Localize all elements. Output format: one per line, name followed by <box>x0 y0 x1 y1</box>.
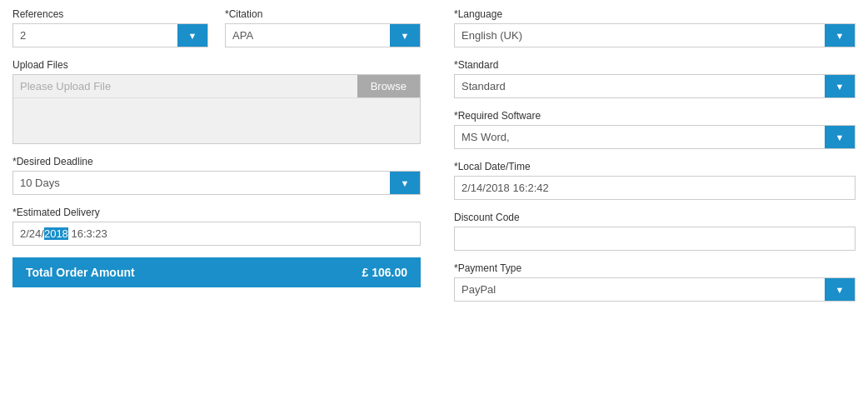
estimated-delivery-group: *Estimated Delivery 2/24/2018 16:3:23 <box>12 207 421 246</box>
upload-box: Please Upload File Browse <box>12 74 421 144</box>
deadline-select-wrapper[interactable]: 10 Days <box>12 171 421 195</box>
citation-select[interactable]: APA <box>226 24 390 47</box>
standard-dropdown-btn[interactable] <box>825 75 855 97</box>
software-group: *Required Software MS Word, <box>454 110 856 149</box>
total-bar: Total Order Amount £ 106.00 <box>12 257 421 287</box>
language-label: *Language <box>454 8 856 20</box>
payment-select-wrapper[interactable]: PayPal <box>454 277 856 302</box>
standard-select-wrapper[interactable]: Standard <box>454 74 856 98</box>
language-select[interactable]: English (UK) <box>455 24 825 47</box>
localdate-input[interactable] <box>454 176 856 200</box>
upload-input-row: Please Upload File Browse <box>13 75 420 97</box>
discount-label: Discount Code <box>454 212 856 223</box>
standard-group: *Standard Standard <box>454 59 856 98</box>
payment-label: *Payment Type <box>454 262 856 274</box>
references-label: References <box>12 8 208 20</box>
standard-select[interactable]: Standard <box>455 75 825 97</box>
payment-select[interactable]: PayPal <box>455 278 825 301</box>
payment-dropdown-btn[interactable] <box>825 278 855 301</box>
standard-label: *Standard <box>454 59 856 71</box>
right-column: *Language English (UK) *Standard Standar… <box>454 8 856 313</box>
browse-button[interactable]: Browse <box>357 75 420 97</box>
references-select[interactable]: 2 <box>13 24 177 47</box>
software-label: *Required Software <box>454 110 856 122</box>
estimated-delivery-label: *Estimated Delivery <box>12 207 421 218</box>
deadline-dropdown-btn[interactable] <box>390 172 420 194</box>
software-select[interactable]: MS Word, <box>455 126 825 148</box>
upload-label: Upload Files <box>12 59 421 71</box>
year-highlight: 2018 <box>44 227 68 240</box>
deadline-label: *Desired Deadline <box>12 156 421 167</box>
upload-placeholder: Please Upload File <box>13 75 357 97</box>
estimated-delivery-value: 2/24/2018 16:3:23 <box>12 222 421 246</box>
citation-label: *Citation <box>225 8 421 20</box>
payment-group: *Payment Type PayPal <box>454 262 856 302</box>
left-column: References 2 *Citation APA <box>12 8 421 313</box>
localdate-group: *Local Date/Time <box>454 161 856 200</box>
references-group: References 2 <box>12 8 208 47</box>
software-dropdown-btn[interactable] <box>825 126 855 148</box>
discount-input[interactable] <box>454 227 856 251</box>
upload-section: Upload Files Please Upload File Browse <box>12 59 421 144</box>
deadline-select[interactable]: 10 Days <box>13 172 390 194</box>
language-select-wrapper[interactable]: English (UK) <box>454 23 856 47</box>
citation-group: *Citation APA <box>225 8 421 47</box>
language-dropdown-btn[interactable] <box>825 24 855 47</box>
citation-dropdown-btn[interactable] <box>390 24 420 47</box>
upload-drop-area[interactable] <box>13 97 420 143</box>
localdate-label: *Local Date/Time <box>454 161 856 172</box>
software-select-wrapper[interactable]: MS Word, <box>454 125 856 149</box>
total-label: Total Order Amount <box>26 266 135 279</box>
deadline-group: *Desired Deadline 10 Days <box>12 156 421 195</box>
references-select-wrapper[interactable]: 2 <box>12 23 208 47</box>
language-group: *Language English (UK) <box>454 8 856 47</box>
total-amount: £ 106.00 <box>362 266 408 279</box>
references-dropdown-btn[interactable] <box>177 24 207 47</box>
discount-group: Discount Code <box>454 212 856 251</box>
citation-select-wrapper[interactable]: APA <box>225 23 421 47</box>
